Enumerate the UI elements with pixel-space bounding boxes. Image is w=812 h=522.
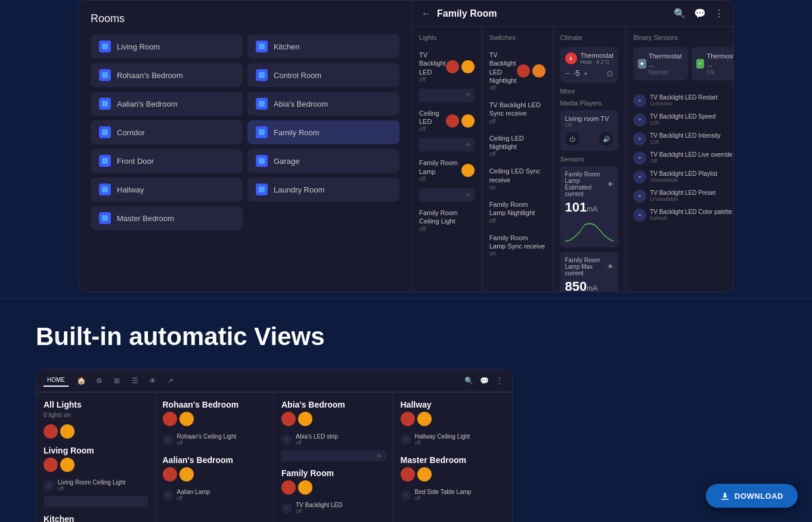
device-item: ○ TV Backlight LED off [281,499,386,517]
back-button[interactable]: ← [422,8,431,19]
visibility-icon[interactable]: 👁 [465,142,471,148]
list-icon[interactable]: ☰ [129,375,140,386]
binary-sensor-status: Normal [649,69,683,76]
all-lights-screenshot: HOME 🏠 ⚙ ⊞ ☰ 👁 ↗ 🔍 💬 ⋮ All Lights [36,369,513,522]
visibility-icon[interactable]: 👁 [376,453,382,459]
room-icon [256,69,268,81]
all-off-btn[interactable] [44,424,58,439]
master-title: Master Bedroom [401,455,506,465]
power-off-btn[interactable] [446,60,459,73]
aal-on-btn[interactable] [179,467,194,481]
settings-icon[interactable]: ⚙ [94,375,104,386]
fr-off-btn[interactable] [281,480,296,495]
power-btn[interactable]: ⏻ [565,132,579,146]
room-item-hallway[interactable]: Hallway [91,178,243,201]
light-bar: 👁 [419,89,475,102]
mb-on-btn[interactable] [417,467,432,481]
abia-off-btn[interactable] [281,412,296,426]
abia-on-btn[interactable] [298,412,312,426]
all-lights-nav: HOME 🏠 ⚙ ⊞ ☰ 👁 ↗ 🔍 💬 ⋮ [36,369,512,392]
room-icon [256,41,268,52]
room-item-living-room[interactable]: Living Room [91,35,243,58]
room-item-control[interactable]: Control Room [247,63,399,87]
power-off-btn[interactable] [446,114,459,128]
room-icon [99,212,111,224]
thermostat-status: Heat · 4.2°C [581,59,614,65]
room-item-kitchen[interactable]: Kitchen [247,35,399,58]
room-item-corridor[interactable]: Corridor [91,120,243,144]
room-item-rohaanbr[interactable]: Rohaan's Bedroom [91,63,243,87]
room-item-abiabr[interactable]: Abia's Bedroom [247,92,399,116]
sensor-eye-icon[interactable]: 👁 [608,181,613,188]
binary-sensor-card-2: ✓ Thermostat ... Ok [692,47,733,80]
al-col-2: Rohaan's Bedroom ○ Rohaan's Ceiling Ligh… [156,393,275,522]
room-name: Laundry Room [274,185,324,194]
switch-on-btn[interactable] [532,64,546,77]
more-item-name: TV Backlight LED Color palette [650,209,733,215]
climate-column: Climate 🌡 Thermostat Heat · 4.2°C − -5 [553,27,627,291]
device-status: off [177,495,267,501]
visibility-icon[interactable]: 👁 [465,92,471,98]
sensor-chart [565,219,614,243]
all-on-btn[interactable] [60,424,75,439]
binary-sensor-name: Thermostat ... [649,52,683,69]
more-section: ● TV Backlight LED Restart Unknown ● TV … [633,91,733,225]
fr-on-btn[interactable] [298,480,312,495]
more-item-val: Unknown [650,101,733,107]
more-item-val: Unavailable [650,177,733,183]
light-bar: 👁 [281,450,386,461]
rohaan-title: Rohaan's Bedroom [163,400,267,409]
share-icon[interactable]: ↗ [165,375,176,386]
device-status: on [489,250,546,257]
chat-icon[interactable]: 💬 [694,8,706,19]
hall-off-btn[interactable] [401,412,415,426]
search-nav-icon[interactable]: 🔍 [463,375,474,386]
visibility-icon[interactable]: 👁 [465,192,471,198]
lr-off-btn[interactable] [44,458,58,472]
device-item: ○ Hallway Ceiling Light off [401,431,506,448]
more-icon[interactable]: ⋮ [714,8,724,19]
volume-btn[interactable]: 🔊 [599,132,613,146]
room-item-laundry[interactable]: Laundry Room [247,178,399,201]
therm-settings-icon[interactable]: ⊙ [606,69,613,78]
device-row: Family Room Lamp off [419,155,475,186]
top-section: Rooms Living Room Kitchen Rohaan's Bedro… [0,0,812,298]
lr-on-btn[interactable] [60,458,75,472]
sensor-value: 850mA [565,279,614,291]
room-name: Control Room [274,71,321,80]
sensor-eye-icon[interactable]: 👁 [608,263,613,270]
therm-decrease-btn[interactable]: − [565,69,570,78]
nav-tab-home[interactable]: HOME [44,374,69,387]
device-status: off [489,85,517,91]
more-item-icon: ● [633,132,646,145]
brightness-btn[interactable] [461,164,475,177]
room-item-master[interactable]: Master Bedroom [91,206,243,230]
aal-off-btn[interactable] [163,467,177,481]
roh-on-btn[interactable] [179,412,194,426]
chat-nav-icon[interactable]: 💬 [479,375,489,386]
download-button[interactable]: DOWNLOAD [706,484,798,508]
hall-on-btn[interactable] [417,412,432,426]
room-item-garage[interactable]: Garage [247,149,399,173]
brightness-btn[interactable] [461,60,475,73]
home-icon[interactable]: 🏠 [76,375,86,386]
binary-sensor-card: ■ Thermostat ... Normal [633,47,688,80]
room-item-aalianbr[interactable]: Aalian's Bedroom [91,92,243,116]
device-name: Hallway Ceiling Light [415,433,506,440]
sensor-name: Family Room Lamp Max current 👁 [565,257,614,276]
room-item-family-room[interactable]: Family Room [247,120,399,144]
search-icon[interactable]: 🔍 [674,8,686,19]
device-name: Living Room Ceiling Light [58,479,148,486]
family-room-panel: ← Family Room 🔍 💬 ⋮ Lights TV Backlight … [412,0,734,292]
more-nav-icon[interactable]: ⋮ [494,375,505,386]
roh-off-btn[interactable] [163,412,177,426]
eye-nav-icon[interactable]: 👁 [147,375,158,386]
mb-off-btn[interactable] [401,467,415,481]
sensor-check-icon: ✓ [696,59,705,69]
switch-off-btn[interactable] [517,64,530,77]
device-status: off [419,226,475,232]
therm-increase-btn[interactable]: + [583,69,588,78]
grid-icon[interactable]: ⊞ [111,375,122,386]
room-item-front-door[interactable]: Front Door [91,149,243,173]
brightness-btn[interactable] [461,114,475,128]
